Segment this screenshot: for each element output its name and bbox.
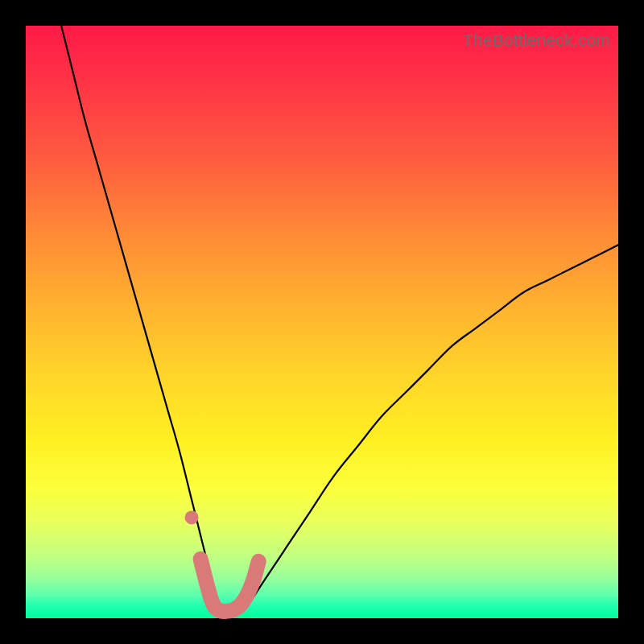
chart-frame: TheBottleneck.com <box>0 0 644 644</box>
salmon-dot-marker <box>185 510 199 524</box>
plot-area: TheBottleneck.com <box>26 26 618 618</box>
bottleneck-curve <box>61 26 618 613</box>
salmon-worm-marker <box>200 559 258 611</box>
curve-layer <box>26 26 618 618</box>
